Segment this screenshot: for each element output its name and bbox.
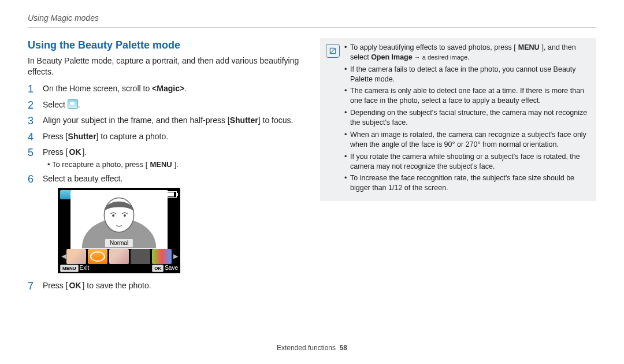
effect-thumb <box>66 249 86 264</box>
section-title: Using the Beauty Palette mode <box>28 38 304 52</box>
ok-key-icon: OK <box>152 265 164 272</box>
step-4-pre: Press [ <box>43 132 68 141</box>
step-7-post: ] to save the photo. <box>83 281 151 290</box>
ok-key-icon: OK <box>68 281 83 289</box>
step-3-pre: Align your subject in the frame, and the… <box>43 116 230 125</box>
right-column: To apply beautifying effects to saved ph… <box>320 38 596 340</box>
page-footer: Extended functions 58 <box>28 343 596 352</box>
step-1-pre: On the Home screen, scroll to <box>43 84 152 93</box>
step-3: 3 Align your subject in the frame, and t… <box>28 115 304 128</box>
save-softkey: OKSave <box>152 264 178 272</box>
notes-list: To apply beautifying effects to saved ph… <box>344 43 589 195</box>
mode-icon <box>60 190 70 199</box>
step-number: 3 <box>28 115 36 128</box>
step-1-post: . <box>184 84 187 93</box>
page-number: 58 <box>340 344 347 352</box>
step-4-post: ] to capture a photo. <box>96 132 169 141</box>
step-5-sub-post: ]. <box>174 160 179 169</box>
step-number: 2 <box>28 99 36 112</box>
info-note-box: To apply beautifying effects to saved ph… <box>320 38 596 201</box>
effect-thumb <box>131 249 150 264</box>
step-1: 1 On the Home screen, scroll to <Magic>. <box>28 83 304 96</box>
next-effect-icon: ▶ <box>173 252 177 261</box>
menu-key-icon: MENU <box>60 265 79 272</box>
footer-section: Extended functions <box>277 344 336 352</box>
step-5-sub-pre: To recapture a photo, press [ <box>52 160 147 169</box>
step-number: 7 <box>28 280 36 293</box>
step-7-pre: Press [ <box>43 281 68 290</box>
step-number: 5 <box>28 147 36 169</box>
step-5-sub: To recapture a photo, press [MENU]. <box>47 159 304 170</box>
camera-preview-screenshot: 1 <box>58 188 180 273</box>
step-3-post: ] to focus. <box>258 116 294 125</box>
note-item: Depending on the subject's facial struct… <box>344 108 589 128</box>
effect-thumb-selected <box>88 249 107 264</box>
svg-point-1 <box>112 214 114 217</box>
step-number: 4 <box>28 131 36 144</box>
effect-thumbnails: ◀ ▶ <box>61 249 177 264</box>
note-icon <box>326 44 340 58</box>
menu-key-icon: MENU <box>516 44 542 51</box>
step-2: 2 Select . <box>28 99 304 112</box>
step-number: 6 <box>28 173 36 277</box>
step-6: 6 Select a beauty effect. 1 <box>28 173 304 277</box>
step-2-post: . <box>78 100 80 109</box>
camera-softkeys: MENUExit OKSave <box>60 264 178 272</box>
step-2-pre: Select <box>43 100 68 109</box>
step-7: 7 Press [OK] to save the photo. <box>28 280 304 293</box>
step-4: 4 Press [Shutter] to capture a photo. <box>28 131 304 144</box>
step-5: 5 Press [OK]. To recapture a photo, pres… <box>28 147 304 169</box>
effect-thumb <box>152 249 172 264</box>
exit-softkey: MENUExit <box>60 264 89 272</box>
note-item: When an image is rotated, the camera can… <box>344 130 589 150</box>
note-item: If you rotate the camera while shooting … <box>344 152 589 172</box>
note-item: To apply beautifying effects to saved ph… <box>344 43 589 62</box>
manual-page: Using Magic modes Using the Beauty Palet… <box>0 0 624 364</box>
battery-icon <box>166 191 177 198</box>
two-column-layout: Using the Beauty Palette mode In Beauty … <box>28 38 596 340</box>
step-5-pre: Press [ <box>43 147 68 157</box>
effect-thumb <box>109 249 129 264</box>
page-header: Using Magic modes <box>28 13 596 28</box>
step-4-bold: Shutter <box>68 132 96 141</box>
step-number: 1 <box>28 83 36 96</box>
step-1-bold: <Magic> <box>152 84 184 93</box>
ok-key-icon: OK <box>68 148 83 156</box>
prev-effect-icon: ◀ <box>61 252 65 261</box>
menu-key-icon: MENU <box>147 161 174 168</box>
step-5-post: ]. <box>83 147 87 157</box>
step-6-text: Select a beauty effect. <box>43 174 122 183</box>
note-item: To increase the face recognition rate, t… <box>344 173 589 193</box>
left-column: Using the Beauty Palette mode In Beauty … <box>28 38 304 340</box>
note-item: If the camera fails to detect a face in … <box>344 65 589 84</box>
note-item: The camera is only able to detect one fa… <box>344 86 589 106</box>
steps-list: 1 On the Home screen, scroll to <Magic>.… <box>28 83 304 292</box>
step-3-bold: Shutter <box>230 116 258 125</box>
intro-text: In Beauty Palette mode, capture a portra… <box>28 55 304 77</box>
effect-name-badge: Normal <box>105 239 133 248</box>
svg-point-2 <box>124 214 126 217</box>
beauty-palette-mode-icon <box>68 99 78 109</box>
